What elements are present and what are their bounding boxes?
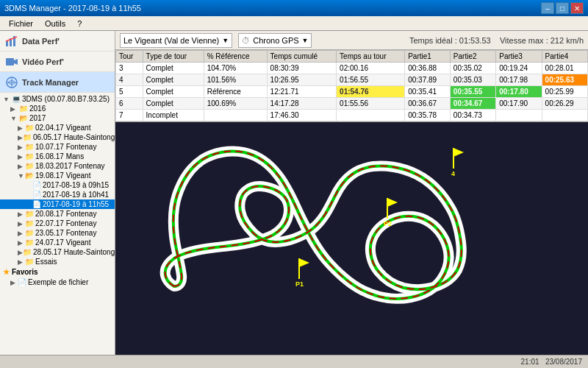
maximize-button[interactable]: □ (556, 2, 569, 14)
star-icon: ★ (3, 268, 10, 276)
session-icon-1155: 📄 (32, 200, 41, 208)
table-cell-p2: 00:35.03 (450, 74, 495, 86)
table-cell-p2: 00:34.73 (450, 110, 495, 121)
table-cell-pct: 101.56% (204, 74, 267, 86)
sidebar-item-track-manager[interactable]: Track Manager (0, 72, 115, 93)
event-label-1908: 19.08.17 Vigeant (35, 171, 90, 180)
main-layout: Data Perf' Vidéo Perf' Tr (0, 31, 588, 355)
tree-2017[interactable]: ▼ 📂 2017 (0, 113, 115, 123)
track-dropdown-label: Le Vigeant (Val de Vienne) (123, 36, 219, 45)
tree-2016[interactable]: ▶ 📁 2016 (0, 104, 115, 113)
event-label-2407: 24.07.17 Vigeant (35, 238, 90, 247)
track-dropdown[interactable]: Le Vigeant (Val de Vienne) ▼ (120, 33, 232, 48)
fav-item-0[interactable]: ▶ 📄 Exemple de fichier (0, 277, 115, 287)
tree-event-2305[interactable]: ▶ 📁 23.05.17 Fontenay (0, 228, 115, 238)
table-cell-type: Complet (143, 98, 204, 110)
data-perf-label: Data Perf' (22, 37, 60, 46)
status-date-value: 23/08/2017 (545, 358, 582, 366)
expand-root: ▼ (3, 96, 10, 103)
year-icon-2017: 📂 (19, 114, 28, 122)
tree-event-2207[interactable]: ▶ 📁 22.07.17 Fontenay (0, 219, 115, 228)
year-2017-label: 2017 (29, 114, 46, 122)
table-header-row: Tour Type de tour % Référence Temps cumu… (116, 51, 588, 63)
col-p1: Partie1 (405, 51, 451, 63)
tree-event-2407[interactable]: ▶ 📁 24.07.17 Vigeant (0, 238, 115, 247)
table-cell-type: Complet (143, 74, 204, 86)
table-row[interactable]: 5CompletRéférence12:21.7101:54.7600:35.4… (116, 86, 588, 98)
col-type: Type de tour (143, 51, 204, 63)
year-icon-2016: 📁 (19, 105, 28, 113)
window-controls: – □ ✕ (541, 2, 584, 14)
tree-event-1608[interactable]: ▶ 📁 16.08.17 Mans (0, 152, 115, 161)
event-label-2008: 20.08.17 Fontenay (35, 210, 96, 218)
col-tour: Tour (116, 51, 143, 63)
table-cell-p1: 00:35.78 (405, 110, 451, 121)
menu-outils[interactable]: Outils (39, 18, 71, 29)
fav-icon-0: 📄 (18, 278, 26, 286)
event-label-1608: 16.08.17 Mans (35, 152, 84, 160)
col-p2: Partie2 (450, 51, 495, 63)
table-row[interactable]: 3Complet104.70%08:30:3902:00.1600:36.880… (116, 63, 588, 74)
tree-event-2805[interactable]: ▶ 📁 28.05.17 Haute-Saintonge (0, 247, 115, 257)
tree-essais[interactable]: ▶ 📁 Essais (0, 257, 115, 266)
event-label-2805: 28.05.17 Haute-Saintonge (33, 248, 115, 256)
chrono-dropdown-arrow: ▼ (302, 37, 309, 44)
table-cell-pct: 100.69% (204, 98, 267, 110)
file-tree: ▼ 💻 3DMS (00.07.80.B7.93.25) ▶ 📁 2016 ▼ … (0, 93, 115, 289)
tree-session-0915[interactable]: 📄 2017-08-19 à 09h15 (0, 180, 115, 190)
table-row[interactable]: 6Complet100.69%14:17.2801:55.5600:36.670… (116, 98, 588, 110)
lap-table-container: Tour Type de tour % Référence Temps cumu… (115, 50, 588, 122)
table-cell-p4: 00:25.99 (542, 86, 587, 98)
statusbar: 21:01 23/08/2017 (0, 355, 588, 368)
tree-session-1041[interactable]: 📄 2017-08-19 à 10h41 (0, 190, 115, 199)
video-perf-icon (4, 54, 19, 69)
sidebar-item-video-perf[interactable]: Vidéo Perf' (0, 52, 115, 72)
menu-fichier[interactable]: Fichier (3, 18, 39, 29)
sidebar-item-data-perf[interactable]: Data Perf' (0, 31, 115, 52)
table-cell-type: Incomplet (143, 110, 204, 121)
essais-icon: 📁 (25, 258, 34, 266)
tree-event-2008[interactable]: ▶ 📁 20.08.17 Fontenay (0, 209, 115, 219)
tree-event-1803[interactable]: ▶ 📁 18.03.2017 Fontenay (0, 161, 115, 171)
table-cell-p3: 00:19.24 (496, 63, 542, 74)
table-cell-p1: 00:36.88 (405, 63, 451, 74)
tree-root[interactable]: ▼ 💻 3DMS (00.07.80.B7.93.25) (0, 94, 115, 104)
table-cell-p3: 00:17.90 (496, 98, 542, 110)
tree-event-1007[interactable]: ▶ 📁 10.07.17 Fontenay (0, 142, 115, 152)
table-cell-p1: 00:35.41 (405, 86, 451, 98)
table-cell-tour_t: 02:00.16 (337, 63, 405, 74)
tree-event-1908[interactable]: ▼ 📂 19.08.17 Vigeant (0, 171, 115, 180)
event-icon-2008: 📁 (25, 210, 34, 218)
table-cell-cumul: 14:17.28 (267, 98, 337, 110)
track-svg: P1 P2 4 (115, 122, 588, 355)
col-p3: Partie3 (496, 51, 542, 63)
table-cell-pct: Référence (204, 86, 267, 98)
event-icon-2805: 📁 (23, 248, 32, 256)
event-icon-2207: 📁 (25, 219, 34, 227)
event-label-0204: 02.04.17 Vigeant (35, 124, 90, 132)
menu-help[interactable]: ? (71, 18, 87, 29)
svg-marker-5 (14, 59, 18, 65)
table-cell-p3: 00:17.80 (496, 86, 542, 98)
table-cell-p3: 00:17.98 (496, 74, 542, 86)
track-manager-label: Track Manager (22, 78, 79, 87)
favorites-header[interactable]: ★ Favoris (0, 266, 115, 277)
table-row[interactable]: 7Incomplet17:46.3000:35.7800:34.73 (116, 110, 588, 121)
event-icon-1803: 📁 (25, 162, 34, 170)
table-cell-cumul: 10:26.95 (267, 74, 337, 86)
table-cell-p2: 00:35.02 (450, 63, 495, 74)
event-icon-1007: 📁 (25, 143, 34, 151)
root-icon: 💻 (12, 95, 21, 103)
table-cell-cumul: 17:46.30 (267, 110, 337, 121)
chrono-dropdown[interactable]: ⏱ Chrono GPS ▼ (238, 33, 312, 48)
col-pct: % Référence (204, 51, 267, 63)
close-button[interactable]: ✕ (570, 2, 584, 14)
table-body: 3Complet104.70%08:30:3902:00.1600:36.880… (116, 63, 588, 121)
tree-session-1155[interactable]: 📄 2017-08-19 à 11h55 (0, 199, 115, 209)
tree-event-0204[interactable]: ▶ 📁 02.04.17 Vigeant (0, 123, 115, 132)
minimize-button[interactable]: – (541, 2, 554, 14)
essais-label: Essais (35, 258, 57, 266)
tree-event-0605[interactable]: ▶ 📁 06.05.17 Haute-Saintonge (0, 132, 115, 142)
table-row[interactable]: 4Complet101.56%10:26.9501:56.5500:37.890… (116, 74, 588, 86)
col-cumul: Temps cumulé (267, 51, 337, 63)
